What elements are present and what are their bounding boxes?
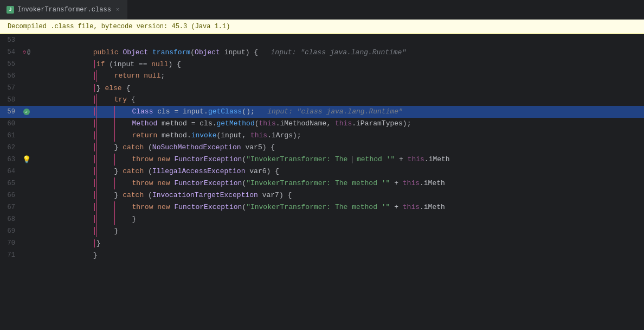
table-row: 67 throw new FunctorException("InvokerTr…	[0, 201, 644, 213]
tab-invoker-transformer[interactable]: J InvokerTransformer.class ×	[0, 0, 128, 19]
banner-text: Decompiled .class file, bytecode version…	[8, 23, 230, 30]
code-line-content: }	[33, 239, 644, 248]
table-row: 64 } catch (IllegalAccessException var6)…	[0, 166, 644, 177]
table-row: 62 } catch (NoSuchMethodException var5) …	[0, 142, 644, 154]
table-row: 59 ✓ Class cls = input.getClass(); input…	[0, 106, 644, 118]
hint-bulb-icon: 💡	[22, 155, 31, 164]
tab-label: InvokerTransformer.class	[17, 6, 111, 14]
code-line-content: throw new FunctorException("InvokerTrans…	[33, 154, 644, 166]
editor-container: 53 54 ⊖ @ public Object transform(Object…	[0, 34, 644, 327]
code-line-content: } catch (IllegalAccessException var6) {	[33, 166, 644, 177]
line-number: 53	[0, 36, 21, 44]
table-row: 66 } catch (InvocationTargetException va…	[0, 189, 644, 201]
table-row: 56 return null;	[0, 70, 644, 82]
line-number: 66	[0, 192, 21, 199]
line-number: 68	[0, 215, 21, 223]
line-number: 62	[0, 144, 21, 151]
line-number: 57	[0, 84, 21, 92]
table-row: 57 } else {	[0, 82, 644, 94]
table-row: 70 }	[0, 237, 644, 249]
table-row: 53	[0, 34, 644, 46]
breakpoint-indicator: ✓	[23, 109, 30, 115]
code-line-content: public Object transform(Object input) { …	[33, 48, 644, 56]
code-line-content: } catch (InvocationTargetException var7)…	[33, 189, 644, 201]
line-number: 54	[0, 48, 21, 56]
table-row: 61 return method.invoke(input, this.iArg…	[0, 130, 644, 142]
at-icon: @	[27, 49, 30, 55]
line-number: 61	[0, 132, 21, 139]
tab-close-button[interactable]: ×	[114, 6, 121, 14]
line-number: 70	[0, 239, 21, 247]
code-line-content: try {	[33, 94, 644, 106]
line-number: 65	[0, 180, 21, 187]
table-row: 68 }	[0, 213, 644, 225]
code-line-content: }	[33, 225, 644, 237]
bp-area: ⊖ @	[21, 49, 33, 55]
table-row: 71 }	[0, 249, 644, 261]
line-number: 59	[0, 108, 21, 116]
bp-area: 💡	[21, 155, 33, 164]
table-row: 55 if (input == null) {	[0, 58, 644, 70]
table-row: 65 throw new FunctorException("InvokerTr…	[0, 177, 644, 189]
table-row: 58 try {	[0, 94, 644, 106]
java-class-icon: J	[7, 6, 14, 14]
line-number: 69	[0, 227, 21, 235]
code-line-content: return null;	[33, 70, 644, 82]
bp-area: ✓	[21, 109, 33, 115]
table-row: 69 }	[0, 225, 644, 237]
breakpoint-check-icon: ✓	[25, 110, 28, 115]
line-number: 67	[0, 204, 21, 211]
code-line-content: }	[33, 251, 644, 259]
code-line-content: return method.invoke(input, this.iArgs);	[33, 130, 644, 142]
code-line-content: throw new FunctorException("InvokerTrans…	[33, 177, 644, 189]
fold-icon: ⊖	[23, 49, 26, 55]
code-line-content: Method method = cls.getMethod(this.iMeth…	[33, 118, 644, 130]
code-line-content: } else {	[33, 84, 644, 92]
code-line-content: if (input == null) {	[33, 60, 644, 68]
table-row: 54 ⊖ @ public Object transform(Object in…	[0, 46, 644, 58]
line-number: 55	[0, 60, 21, 68]
decompiled-banner: Decompiled .class file, bytecode version…	[0, 20, 644, 34]
code-line-content	[33, 36, 644, 45]
code-line-content: Class cls = input.getClass(); input: "cl…	[33, 106, 644, 118]
line-number: 56	[0, 72, 21, 80]
line-number: 63	[0, 156, 21, 163]
line-number: 60	[0, 120, 21, 128]
table-row: 60 Method method = cls.getMethod(this.iM…	[0, 118, 644, 130]
line-number: 71	[0, 251, 21, 259]
code-line-content: throw new FunctorException("InvokerTrans…	[33, 201, 644, 213]
table-row: 63 💡 throw new FunctorException("Invoker…	[0, 154, 644, 166]
line-number: 64	[0, 168, 21, 175]
tab-bar: J InvokerTransformer.class ×	[0, 0, 644, 20]
code-area[interactable]: 53 54 ⊖ @ public Object transform(Object…	[0, 34, 644, 327]
code-line-content: }	[33, 213, 644, 225]
code-line-content: } catch (NoSuchMethodException var5) {	[33, 142, 644, 154]
line-number: 58	[0, 96, 21, 104]
